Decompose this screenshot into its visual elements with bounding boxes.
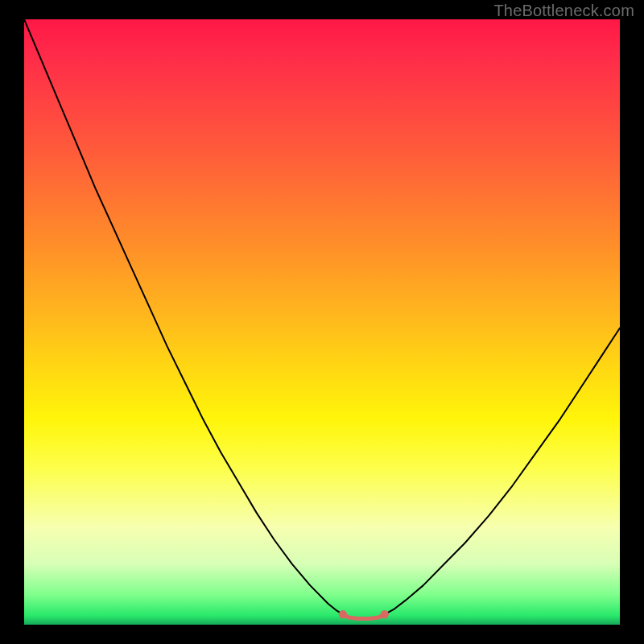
plot-area (24, 19, 620, 625)
watermark-text: TheBottleneck.com (493, 2, 634, 20)
curve-svg (24, 19, 620, 625)
series-right-curve (385, 328, 620, 615)
series-valley-segment (343, 614, 385, 618)
series-group (24, 19, 620, 618)
valley-dot-right (381, 610, 389, 618)
series-left-curve (24, 19, 343, 614)
chart-frame: TheBottleneck.com (0, 0, 644, 644)
valley-dot-left (339, 610, 347, 618)
